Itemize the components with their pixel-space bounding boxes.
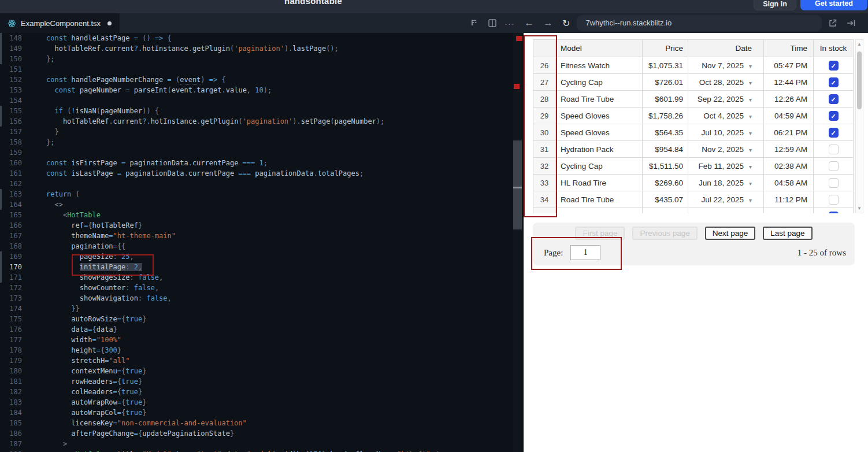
code-line[interactable]: 155 if (!isNaN(pageNumber)) { — [0, 106, 524, 116]
code-line[interactable]: 179 stretchH="all" — [0, 355, 524, 366]
row-number-cell[interactable]: 31 — [533, 141, 556, 158]
tab-examplecomponent[interactable]: ExampleComponent.tsx — [0, 13, 120, 33]
time-cell[interactable]: 06:21 PM — [764, 124, 814, 141]
date-dropdown-icon[interactable]: ▾ — [749, 130, 752, 136]
instock-cell[interactable] — [814, 141, 854, 158]
code-line[interactable]: 175 autoRowSize={true} — [0, 314, 524, 324]
date-dropdown-icon[interactable]: ▾ — [749, 63, 752, 69]
code-line[interactable]: 170 initialPage: 2, — [0, 262, 524, 272]
dock-preview-icon[interactable] — [847, 13, 855, 33]
instock-cell[interactable]: ✓ — [814, 124, 854, 141]
model-cell[interactable]: Cycling Cap — [556, 158, 643, 175]
code-line[interactable]: 164 <> — [0, 199, 524, 210]
row-number-cell[interactable]: 27 — [533, 74, 556, 91]
date-dropdown-icon[interactable]: ▾ — [749, 197, 752, 203]
model-cell[interactable]: Speed Gloves — [556, 108, 643, 124]
code-line[interactable]: 153 const pageNumber = parseInt(event.ta… — [0, 85, 524, 95]
time-cell[interactable]: 02:38 AM — [764, 158, 814, 175]
model-cell[interactable]: Road Tire Tube — [556, 191, 643, 208]
row-number-cell[interactable]: 32 — [533, 158, 556, 175]
preview-url-bar[interactable]: 7whythci--run.stackblitz.io — [577, 15, 822, 31]
instock-cell[interactable]: ✓ — [814, 57, 854, 74]
code-line[interactable]: 181 rowHeaders={true} — [0, 376, 524, 387]
stock-checkbox[interactable]: ✓ — [829, 61, 839, 71]
date-cell[interactable]: Jul 22, 2025▾ — [688, 191, 764, 208]
code-line[interactable]: 183 autoWrapRow={true} — [0, 397, 524, 407]
code-line[interactable]: 169 pageSize: 25, — [0, 251, 524, 262]
price-cell[interactable]: $1,758.26 — [643, 108, 688, 124]
model-cell[interactable]: Fitness Watch — [556, 57, 643, 74]
code-line[interactable]: 149 hotTableRef.current?.hotInstance.get… — [0, 43, 524, 54]
code-line[interactable]: 150}; — [0, 54, 524, 64]
code-line[interactable]: 154 — [0, 95, 524, 106]
time-cell[interactable]: 12:26 AM — [764, 91, 814, 108]
row-number-cell[interactable]: 29 — [533, 108, 556, 124]
row-number-cell[interactable] — [533, 208, 556, 214]
row-number-cell[interactable]: 34 — [533, 191, 556, 208]
date-dropdown-icon[interactable]: ▾ — [749, 180, 752, 187]
model-cell[interactable]: HL Road Tire — [556, 175, 643, 191]
code-line[interactable]: 152const handlePageNumberChange = (event… — [0, 75, 524, 85]
column-header-price[interactable]: Price — [643, 40, 688, 57]
code-line[interactable]: 187 > — [0, 439, 524, 449]
date-cell[interactable]: Nov 7, 2025▾ — [688, 57, 764, 74]
scroll-down-icon[interactable]: ▼ — [856, 206, 863, 211]
code-line[interactable]: 165 <HotTable — [0, 210, 524, 220]
stock-checkbox[interactable]: ✓ — [829, 77, 839, 87]
stock-checkbox[interactable] — [829, 161, 839, 171]
stock-checkbox[interactable]: ✓ — [829, 212, 839, 214]
date-cell[interactable]: Jun 18, 2025▾ — [688, 175, 764, 191]
date-cell[interactable]: Oct 28, 2025▾ — [688, 74, 764, 91]
table-scrollbar[interactable]: ▲ ▼ — [855, 39, 863, 213]
code-line[interactable]: 184 autoWrapCol={true} — [0, 407, 524, 418]
code-line[interactable]: 186 afterPageChange={updatePaginationSta… — [0, 428, 524, 439]
time-cell[interactable]: 04:58 AM — [764, 175, 814, 191]
column-header-instock[interactable]: In stock — [814, 40, 854, 57]
prettier-icon[interactable] — [471, 13, 478, 33]
price-cell[interactable]: $269.60 — [643, 175, 688, 191]
next-page-button[interactable]: Next page — [705, 227, 756, 240]
scroll-up-icon[interactable]: ▲ — [856, 42, 863, 47]
page-number-input[interactable] — [570, 245, 600, 260]
code-line[interactable]: 173 showNavigation: false, — [0, 293, 524, 303]
code-line[interactable]: 166 ref={hotTableRef} — [0, 220, 524, 231]
split-view-icon[interactable] — [488, 13, 496, 33]
time-cell[interactable]: 11:12 PM — [764, 191, 814, 208]
back-icon[interactable]: ← — [524, 13, 534, 33]
date-cell[interactable]: Feb 11, 2025▾ — [688, 158, 764, 175]
row-number-cell[interactable]: 28 — [533, 91, 556, 108]
stock-checkbox[interactable]: ✓ — [829, 111, 839, 121]
more-menu-icon[interactable]: ··· — [505, 13, 515, 33]
price-cell[interactable]: $1,511.50 — [643, 158, 688, 175]
date-dropdown-icon[interactable]: ▾ — [749, 97, 752, 103]
editor-scrollbar-thumb[interactable] — [513, 140, 522, 229]
sign-in-button[interactable]: Sign in — [754, 0, 796, 10]
code-line[interactable]: 162 — [0, 179, 524, 189]
stock-checkbox[interactable] — [829, 145, 839, 154]
first-page-button[interactable]: First page — [575, 227, 625, 240]
price-cell[interactable]: $726.01 — [643, 74, 688, 91]
date-dropdown-icon[interactable]: ▾ — [749, 113, 752, 120]
code-line[interactable]: 159 — [0, 147, 524, 158]
date-cell[interactable]: Jul 10, 2025▾ — [688, 124, 764, 141]
price-cell[interactable] — [643, 208, 688, 214]
time-cell[interactable]: 12:44 PM — [764, 74, 814, 91]
code-line[interactable]: 176 data={data} — [0, 324, 524, 335]
code-line[interactable]: 161const isLastPage = paginationData.cur… — [0, 168, 524, 179]
price-cell[interactable]: $954.84 — [643, 141, 688, 158]
code-line[interactable]: 168 pagination={{ — [0, 241, 524, 251]
stock-checkbox[interactable]: ✓ — [829, 94, 839, 104]
time-cell[interactable]: 05:47 PM — [764, 57, 814, 74]
instock-cell[interactable]: ✓ — [814, 208, 854, 214]
date-cell[interactable]: Sep 22, 2025▾ — [688, 91, 764, 108]
code-line[interactable]: 180 contextMenu={true} — [0, 366, 524, 376]
code-line[interactable]: 174 }} — [0, 303, 524, 314]
instock-cell[interactable] — [814, 175, 854, 191]
code-line[interactable]: 167 themeName="ht-theme-main" — [0, 231, 524, 241]
table-scrollbar-thumb[interactable] — [857, 51, 862, 109]
code-line[interactable]: 156 hotTableRef.current?.hotInstance.get… — [0, 116, 524, 127]
model-cell[interactable]: Speed Gloves — [556, 124, 643, 141]
code-line[interactable]: 163return ( — [0, 189, 524, 199]
code-line[interactable]: 160const isFirstPage = paginationData.cu… — [0, 158, 524, 168]
code-line[interactable]: 182 colHeaders={true} — [0, 387, 524, 397]
